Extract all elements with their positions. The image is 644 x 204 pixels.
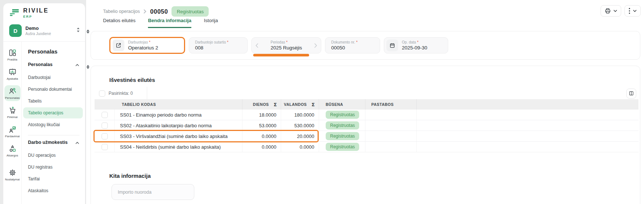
chevron-down-icon (633, 10, 637, 12)
cell-tabelio-kodas: SS04 - Neišdirbis (suminė darbo laiko ap… (114, 142, 242, 152)
periodas-field[interactable]: Periodas * 2025 Rugsėjis (251, 37, 321, 53)
calendar-icon[interactable] (386, 39, 398, 51)
breadcrumb: Tabelio operacijos 00050 Registruotas (103, 6, 209, 17)
sidebar-menu: Personalas Personalas Darbuotojai Person… (22, 42, 85, 204)
cart-icon (8, 106, 17, 114)
table-row[interactable]: SS04 - Neišdirbis (suminė darbo laiko ap… (95, 142, 638, 152)
selected-count-label: Pasirinkta: 0 (109, 91, 133, 96)
cell-trailing (416, 131, 638, 141)
tab-bendra-informacija[interactable]: Bendra informacija (148, 18, 191, 28)
gear-icon (8, 169, 17, 177)
table-row[interactable]: SS01 - Einamojo periodo darbo norma 18.0… (95, 110, 638, 120)
required-mark: * (149, 40, 151, 44)
sort-carets-icon[interactable] (77, 27, 80, 34)
rail-item-pardavimai[interactable]: Pardavimai (4, 124, 21, 139)
rail-item-pradzia[interactable]: Pradžia (4, 47, 21, 63)
derived-rows-table: TABELIO KODAS DIENOS Σ VALANDOS Σ BŪSENA… (95, 99, 638, 152)
cell-dienos: 18.0000 (242, 110, 281, 120)
darbuotojas-value: Operatorius 2 (128, 45, 158, 51)
status-badge: Registruotas (326, 132, 359, 140)
user-switcher[interactable]: D Demo Aušra Juodienė (3, 21, 85, 42)
derived-rows-card: Išvestinės eilutės Pasirinkta: 0 TABELIO… (91, 66, 640, 204)
cell-pastabos (365, 131, 416, 141)
header-tabelio-kodas: TABELIO KODAS (114, 99, 242, 110)
select-all-checkbox[interactable] (99, 90, 105, 97)
cell-pastabos (365, 120, 416, 131)
cell-trailing (416, 142, 638, 152)
cell-pastabos (365, 110, 416, 120)
sidebar-menu-item[interactable]: Darbuotojai (23, 72, 83, 83)
status-badge: Registruotas (171, 6, 209, 17)
tab-detalios-eilutes[interactable]: Detalios eilutės (103, 18, 135, 28)
status-badge: Registruotas (326, 143, 359, 151)
print-button[interactable] (601, 5, 621, 17)
table-row[interactable]: SS03 - Viršvalandžiai (suminė darbo laik… (95, 131, 638, 142)
menu-section-personalas[interactable]: Personalas (23, 61, 83, 68)
section-title: Išvestinės eilutės (109, 77, 155, 83)
people-icon (8, 87, 17, 95)
sidebar-menu-item[interactable]: Tabelio operacijos (23, 107, 83, 118)
menu-section-darbo-uzmokestis[interactable]: Darbo užmokestis (23, 139, 83, 146)
cell-valandos: 0.0000 (281, 142, 319, 152)
card-collapse-handle[interactable] (86, 65, 89, 69)
cell-dienos: 0.0000 (242, 142, 281, 152)
column-settings-button[interactable] (626, 89, 636, 98)
status-badge: Registruotas (326, 111, 359, 119)
sidebar-menu-item[interactable]: Tabelis (23, 96, 83, 107)
chevron-right-icon (144, 9, 146, 14)
icon-rail: Pradžia Apskaita (3, 42, 22, 204)
chevron-down-icon (613, 10, 617, 12)
sum-icon[interactable]: Σ (312, 102, 315, 107)
darbuotojo-sutartis-field[interactable]: Darbuotojo sutartis * 008 (189, 37, 248, 53)
sum-icon[interactable]: Σ (274, 102, 277, 107)
printer-icon (605, 8, 611, 14)
brand: RIVILE ERP (3, 3, 85, 21)
rail-item-atsargos[interactable]: Atsargos (4, 143, 21, 159)
dokumento-nr-value: 00050 (331, 45, 358, 51)
tab-istorija[interactable]: Istorija (204, 18, 218, 28)
import-link-input[interactable] (112, 184, 194, 200)
cell-tabelio-kodas: SS03 - Viršvalandžiai (suminė darbo laik… (114, 131, 242, 141)
brand-name: RIVILE (23, 8, 49, 14)
chevron-up-icon (75, 139, 79, 146)
sidebar-menu-item[interactable]: Atostogų likučiai (23, 119, 83, 130)
cell-valandos: 180.0000 (281, 110, 319, 120)
chevron-left-icon[interactable] (255, 43, 258, 48)
columns-icon (629, 91, 634, 96)
header-pastabos: PASTABOS (365, 99, 416, 110)
other-info-title: Kita informacija (109, 173, 151, 179)
status-badge: Registruotas (326, 121, 359, 129)
sidebar-menu-item[interactable]: DU registras (23, 162, 83, 173)
sidebar-menu-item[interactable]: Ataskaitos (23, 185, 83, 196)
rail-item-pirkimai[interactable]: Pirkimai (4, 104, 21, 120)
op-data-field[interactable]: Op. data * 2025-09-30 (384, 37, 448, 53)
hamburger-logo-icon[interactable] (9, 8, 20, 18)
rail-item-apskaita[interactable]: Apskaita (4, 66, 21, 82)
cell-valandos: 20.0000 (281, 131, 319, 141)
toolbar-divider (147, 87, 147, 100)
sales-icon (8, 125, 17, 134)
sidebar-menu-item[interactable]: DU operacijos (23, 150, 83, 161)
card-collapse-handle[interactable] (86, 30, 89, 34)
sidebar-menu-item[interactable]: Personalo dokumentai (23, 84, 83, 95)
rail-item-nustatymai[interactable]: Nustatymai (4, 167, 21, 183)
rail-item-personalas[interactable]: Personalas (4, 85, 21, 101)
row-checkbox[interactable] (102, 133, 108, 139)
row-checkbox[interactable] (102, 144, 108, 150)
user-subtitle: Aušra Juodienė (25, 32, 51, 36)
cell-tabelio-kodas: SS01 - Einamojo periodo darbo norma (114, 110, 242, 120)
external-link-icon[interactable] (113, 39, 124, 51)
row-checkbox[interactable] (102, 122, 108, 129)
table-row[interactable]: SS02 - Ataskaitinio laikotarpio darbo no… (95, 120, 638, 131)
accounting-icon (8, 68, 17, 76)
darbuotojas-field[interactable]: Darbuotojas * Operatorius 2 (109, 37, 185, 54)
breadcrumb-parent-link[interactable]: Tabelio operacijos (103, 9, 140, 14)
chevron-right-icon[interactable] (314, 43, 317, 48)
header-actions (601, 5, 641, 17)
sidebar-menu-item[interactable]: Tarifai (23, 173, 83, 184)
inventory-icon (8, 145, 17, 153)
header-valandos: VALANDOS Σ (281, 99, 319, 110)
dokumento-nr-field[interactable]: Dokumento nr. * 00050 (325, 37, 380, 53)
row-checkbox[interactable] (102, 112, 108, 118)
more-actions-button[interactable] (624, 5, 641, 17)
